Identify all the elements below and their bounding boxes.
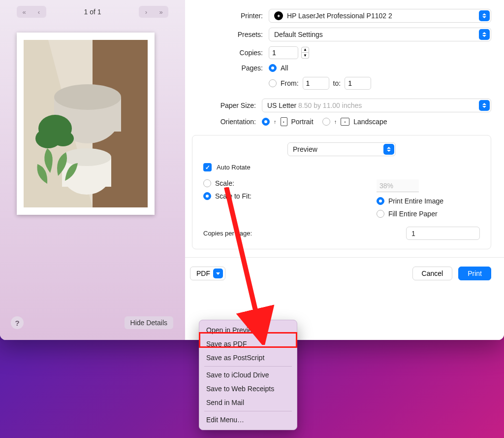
preview-pane: « ‹ 1 of 1 › »	[0, 0, 185, 340]
copies-per-page-value: 1	[411, 230, 415, 237]
section-value: Preview	[293, 145, 317, 153]
menu-edit-menu[interactable]: Edit Menu…	[199, 413, 297, 427]
paper-size-value: US Letter	[267, 101, 296, 109]
printer-value: HP LaserJet Professional P1102 2	[287, 12, 392, 20]
print-entire-image-label: Print Entire Image	[388, 197, 443, 205]
auto-rotate-checkbox[interactable]: ✓ Auto Rotate	[203, 163, 480, 171]
menu-save-to-web-receipts[interactable]: Save to Web Receipts	[199, 382, 297, 396]
pdf-button-label: PDF	[196, 270, 210, 277]
menu-separator	[204, 366, 292, 367]
scale-input[interactable]	[377, 179, 419, 192]
paper-size-select[interactable]: US Letter 8.50 by 11.00 inches	[262, 99, 491, 112]
menu-save-as-postscript[interactable]: Save as PostScript	[199, 351, 297, 365]
menu-send-in-mail[interactable]: Send in Mail	[199, 396, 297, 409]
pages-label: Pages:	[190, 64, 269, 72]
page-thumbnail	[17, 33, 155, 215]
scale-to-fit-radio[interactable]: Scale to Fit:	[203, 192, 252, 200]
next-page-button[interactable]: ›	[139, 6, 154, 18]
orientation-landscape-label: Landscape	[353, 118, 387, 126]
menu-separator	[204, 411, 292, 411]
presets-select[interactable]: Default Settings	[269, 28, 491, 41]
fill-entire-paper-radio[interactable]: Fill Entire Paper	[377, 210, 480, 218]
menu-open-in-preview[interactable]: Open in Preview	[199, 323, 297, 337]
copies-stepper[interactable]: ▲ ▼	[301, 47, 309, 59]
radio-selected-icon	[269, 64, 277, 72]
hide-details-button[interactable]: Hide Details	[125, 316, 173, 329]
radio-unselected-icon	[377, 210, 384, 218]
orientation-label: Orientation:	[190, 118, 262, 126]
scale-label: Scale:	[215, 179, 234, 187]
radio-unselected-icon	[203, 179, 211, 187]
menu-save-to-icloud-drive[interactable]: Save to iCloud Drive	[199, 368, 297, 382]
print-settings-pane: Printer: ✦ HP LaserJet Professional P110…	[185, 0, 504, 340]
orientation-portrait-radio[interactable]: ↑ ▪ Portrait	[262, 117, 314, 126]
radio-selected-icon	[262, 118, 270, 126]
radio-unselected-icon	[269, 79, 277, 87]
thumbnail-image	[24, 40, 148, 207]
copies-per-page-select[interactable]: 1	[406, 227, 480, 240]
svg-point-11	[52, 131, 74, 146]
orientation-portrait-label: Portrait	[291, 118, 314, 126]
chevron-updown-icon	[479, 29, 490, 40]
copies-per-page-label: Copies per page:	[203, 230, 252, 237]
page-indicator: 1 of 1	[84, 8, 101, 16]
pages-range-radio[interactable]: From: to:	[269, 77, 371, 90]
checkbox-checked-icon: ✓	[203, 163, 212, 171]
printer-select[interactable]: ✦ HP LaserJet Professional P1102 2	[269, 9, 491, 23]
help-button[interactable]: ?	[11, 316, 24, 329]
section-select[interactable]: Preview	[287, 142, 396, 156]
fill-entire-paper-label: Fill Entire Paper	[388, 210, 438, 218]
chevron-down-icon	[213, 269, 223, 278]
landscape-icon: ▪	[341, 118, 349, 126]
chevron-updown-icon	[479, 100, 490, 111]
preview-options-box: Preview ✓ Auto Rotate Scale: Scale to Fi…	[192, 135, 491, 249]
pages-from-input[interactable]	[303, 77, 329, 90]
orientation-landscape-radio[interactable]: ↑ ▪ Landscape	[322, 118, 387, 126]
auto-rotate-label: Auto Rotate	[217, 164, 251, 171]
stepper-up-button[interactable]: ▲	[301, 47, 309, 53]
divider	[185, 257, 504, 258]
printer-label: Printer:	[190, 12, 269, 20]
pdf-menu: Open in Preview Save as PDF Save as Post…	[199, 320, 297, 430]
pdf-dropdown-button[interactable]: PDF	[190, 267, 225, 280]
stepper-down-button[interactable]: ▼	[301, 53, 309, 59]
portrait-icon: ▪	[281, 117, 287, 126]
radio-unselected-icon	[322, 118, 330, 126]
printer-status-icon: ✦	[274, 11, 283, 20]
chevron-updown-icon	[415, 230, 423, 237]
page-nav-back-group: « ‹	[17, 6, 46, 18]
paper-size-label: Paper Size:	[190, 101, 262, 109]
chevron-updown-icon	[383, 144, 394, 155]
print-dialog: « ‹ 1 of 1 › »	[0, 0, 504, 340]
page-nav-forward-group: › »	[139, 6, 168, 18]
chevron-updown-icon	[479, 10, 490, 21]
pages-all-label: All	[281, 64, 288, 72]
scale-to-fit-label: Scale to Fit:	[215, 192, 252, 200]
scale-radio[interactable]: Scale:	[203, 179, 252, 187]
copies-label: Copies:	[190, 49, 269, 57]
prev-page-button[interactable]: ‹	[32, 6, 46, 18]
cancel-button[interactable]: Cancel	[412, 267, 453, 280]
svg-point-5	[54, 84, 121, 110]
first-page-button[interactable]: «	[17, 6, 32, 18]
last-page-button[interactable]: »	[154, 6, 168, 18]
pages-from-label: From:	[281, 79, 299, 87]
print-button[interactable]: Print	[458, 267, 491, 280]
presets-value: Default Settings	[274, 31, 323, 38]
paper-size-hint: 8.50 by 11.00 inches	[298, 101, 362, 109]
radio-selected-icon	[377, 197, 384, 205]
pages-all-radio[interactable]: All	[269, 64, 371, 72]
presets-label: Presets:	[190, 31, 269, 38]
radio-selected-icon	[203, 192, 211, 200]
menu-save-as-pdf[interactable]: Save as PDF	[199, 337, 297, 351]
copies-input[interactable]	[269, 46, 298, 59]
pages-to-input[interactable]	[345, 77, 371, 90]
print-entire-image-radio[interactable]: Print Entire Image	[377, 197, 480, 205]
pages-to-label: to:	[333, 79, 341, 87]
svg-point-8	[62, 148, 111, 166]
